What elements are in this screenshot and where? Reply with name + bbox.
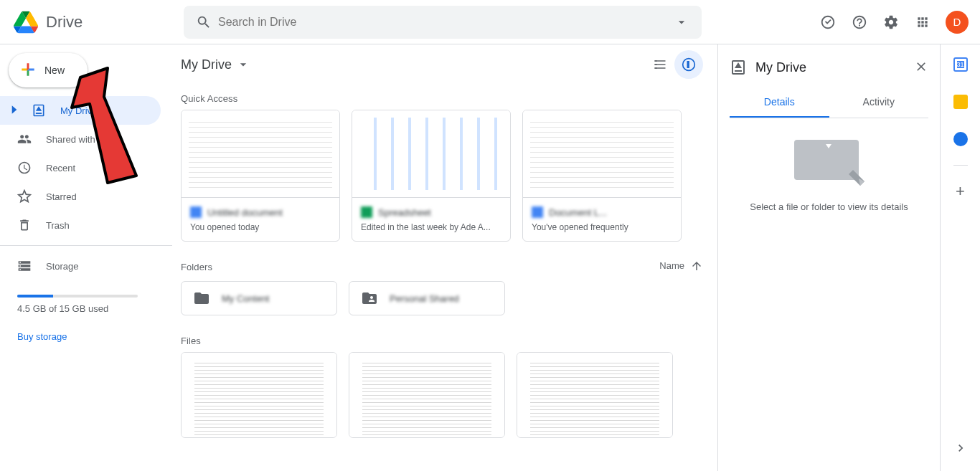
sidebar-item-shared[interactable]: Shared with me [0,125,161,153]
sidebar-item-storage[interactable]: Storage [0,252,161,280]
sidebar-item-label: Shared with me [46,134,110,145]
header-actions: D [814,8,974,37]
chevron-down-icon [236,57,250,72]
files-row [172,352,712,449]
tasks-addon[interactable] [946,125,975,153]
sidebar-item-my-drive[interactable]: My Drive [0,96,161,125]
docs-icon [532,206,543,218]
folders-header: Folders Name [172,253,712,281]
side-rail: 31 + [940,44,980,471]
sidebar-item-label: Recent [46,163,75,173]
details-empty-state: Select a file or folder to view its deta… [730,118,928,232]
calendar-addon[interactable]: 31 [946,50,975,79]
quick-access-label: Quick Access [172,85,712,110]
quick-access-row: Untitled document You opened today Sprea… [172,110,712,253]
empty-state-icon [790,138,869,190]
shared-folder-icon [361,290,378,307]
quick-access-card[interactable]: Spreadsheet Edited in the last week by A… [352,110,511,242]
new-button[interactable]: New [9,53,88,87]
file-card[interactable] [349,352,505,438]
search-options-dropdown[interactable] [667,8,696,37]
collapse-rail-button[interactable] [946,434,975,462]
tab-activity[interactable]: Activity [829,87,929,118]
tab-details[interactable]: Details [730,87,829,118]
folder-icon [193,290,210,307]
get-addons-button[interactable]: + [946,177,975,206]
details-tabs: Details Activity [730,87,928,118]
plus-icon: + [956,182,965,201]
support-icon[interactable] [845,8,874,37]
drive-logo-icon [11,8,40,37]
list-view-button[interactable] [646,50,674,79]
close-details-button[interactable] [914,60,928,76]
breadcrumb-title: My Drive [181,57,232,72]
folder-card[interactable]: Personal Shared [349,281,505,315]
docs-icon [190,206,202,218]
breadcrumb[interactable]: My Drive [181,57,250,72]
details-empty-text: Select a file or folder to view its deta… [750,201,908,212]
trash-icon [17,218,32,232]
sort-control[interactable]: Name [659,260,703,272]
keep-addon[interactable] [946,87,975,116]
sidebar-item-label: Storage [46,261,79,272]
folders-row: My Content Personal Shared [172,281,712,327]
sidebar-item-label: My Drive [60,105,97,116]
file-card[interactable] [517,352,673,438]
star-icon [17,189,32,204]
sidebar: New My Drive Shared with me Recent Starr… [0,44,172,471]
breadcrumb-row: My Drive [172,44,712,85]
avatar[interactable]: D [946,11,969,34]
folders-label: Folders [181,253,659,278]
details-title: My Drive [755,60,905,75]
sidebar-item-label: Trash [46,220,70,231]
clock-icon [17,161,32,175]
chevron-right-icon [953,441,968,455]
arrow-up-icon [690,260,703,272]
my-drive-icon [730,59,747,76]
settings-icon[interactable] [877,8,905,37]
buy-storage-link[interactable]: Buy storage [17,331,155,342]
content-area: My Drive Quick Access Untitled document [172,44,717,471]
header: Drive D [0,0,980,44]
my-drive-icon [32,103,46,118]
storage-icon [17,259,32,273]
sheets-icon [361,206,372,218]
app-name: Drive [46,13,83,32]
sidebar-item-trash[interactable]: Trash [0,211,161,239]
ready-for-offline-icon[interactable] [814,8,842,37]
quick-access-card[interactable]: Untitled document You opened today [181,110,340,242]
plus-icon [19,60,37,81]
sidebar-item-starred[interactable]: Starred [0,182,161,211]
close-icon [914,60,928,74]
search-icon[interactable] [189,8,218,37]
sidebar-item-recent[interactable]: Recent [0,153,161,182]
sidebar-item-label: Starred [46,191,77,202]
apps-icon[interactable] [908,8,937,37]
file-card[interactable] [181,352,337,438]
storage-usage-text: 4.5 GB of 15 GB used [17,303,155,314]
files-label: Files [172,327,712,352]
details-panel: My Drive Details Activity Select a file … [717,44,940,471]
storage-meter: 4.5 GB of 15 GB used Buy storage [0,280,172,348]
quick-access-card[interactable]: Document L... You've opened frequently [522,110,682,242]
search-input[interactable] [218,16,667,29]
folder-card[interactable]: My Content [181,281,337,315]
view-details-button[interactable] [674,50,703,79]
expand-icon [7,103,14,119]
search-bar [184,6,702,39]
logo-group[interactable]: Drive [11,8,184,37]
people-icon [17,132,32,146]
new-button-label: New [44,65,65,76]
